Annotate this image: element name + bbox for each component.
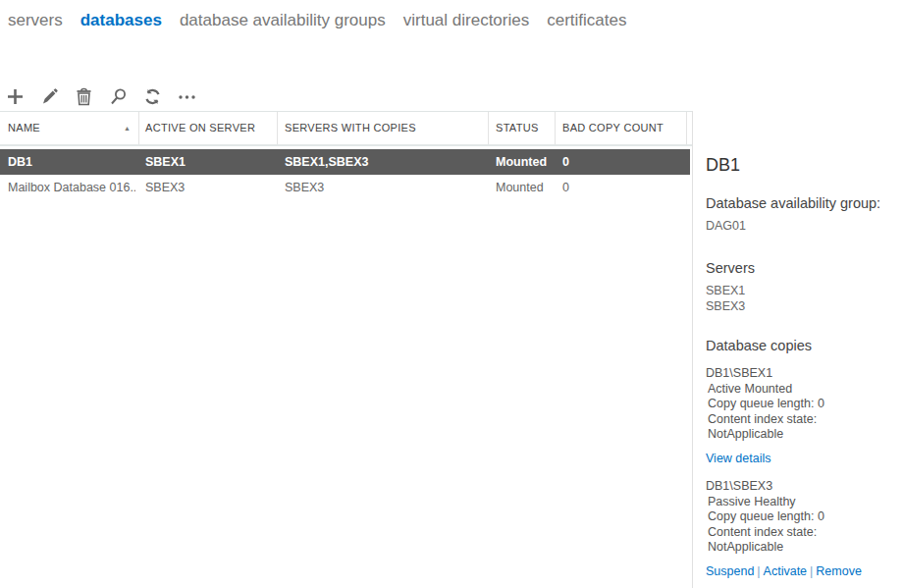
details-pane: DB1 Database availability group: DAG01 S… [692, 111, 903, 588]
dag-label: Database availability group: [706, 195, 893, 211]
row-active-on-server: SBEX1 [145, 149, 273, 175]
details-title: DB1 [706, 155, 893, 176]
top-tab-bar: servers databases database availability … [8, 11, 626, 30]
row-active-on-server: SBEX3 [145, 175, 273, 200]
search-icon[interactable] [107, 85, 129, 107]
row-servers-with-copies: SBEX1,SBEX3 [285, 149, 481, 175]
server-item: SBEX3 [706, 299, 893, 315]
copy-block-db1-sbex1: DB1\SBEX1 Active Mounted Copy queue leng… [706, 366, 893, 466]
row-bad-copy-count: 0 [562, 149, 621, 175]
column-header-servers-with-copies[interactable]: SERVERS WITH COPIES [285, 112, 416, 144]
more-icon[interactable] [176, 85, 197, 107]
column-divider [277, 112, 278, 144]
table-row-mailbox-database[interactable]: Mailbox Database 016... SBEX3 SBEX3 Moun… [0, 175, 690, 200]
sort-ascending-icon: ▲ [124, 112, 131, 144]
database-copies-label: Database copies [706, 338, 893, 353]
column-divider [555, 112, 556, 144]
column-divider [138, 112, 139, 144]
content-index-state: Content index state: NotApplicable [706, 525, 893, 556]
row-status: Mounted [496, 175, 555, 200]
link-separator: | [810, 564, 813, 578]
column-divider [488, 112, 489, 144]
row-bad-copy-count: 0 [562, 175, 621, 200]
server-item: SBEX1 [706, 284, 893, 299]
remove-link[interactable]: Remove [816, 564, 862, 578]
content-index-state: Content index state: NotApplicable [706, 412, 893, 443]
column-header-bad-copy-count[interactable]: BAD COPY COUNT [562, 112, 664, 144]
edit-icon[interactable] [38, 85, 60, 107]
tab-virtual-directories[interactable]: virtual directories [403, 11, 530, 30]
row-status: Mounted [496, 149, 555, 175]
delete-icon[interactable] [73, 85, 94, 107]
column-header-name[interactable]: NAME [8, 112, 40, 144]
activate-link[interactable]: Activate [764, 564, 807, 578]
refresh-icon[interactable] [141, 85, 163, 107]
copy-name: DB1\SBEX3 [706, 479, 893, 495]
copy-name: DB1\SBEX1 [706, 366, 893, 382]
copy-block-db1-sbex3: DB1\SBEX3 Passive Healthy Copy queue len… [706, 479, 893, 588]
copy-state: Passive Healthy [706, 495, 893, 510]
view-details-link[interactable]: View details [706, 452, 770, 465]
column-header-status[interactable]: STATUS [496, 112, 539, 144]
tab-database-availability-groups[interactable]: database availability groups [180, 11, 386, 30]
toolbar [4, 85, 197, 107]
servers-label: Servers [706, 260, 893, 276]
row-name: Mailbox Database 016... [8, 175, 135, 200]
link-separator: | [757, 564, 760, 578]
tab-servers[interactable]: servers [8, 11, 63, 30]
tab-databases[interactable]: databases [80, 11, 162, 30]
row-name: DB1 [8, 149, 135, 175]
database-list: DB1 SBEX1 SBEX1,SBEX3 Mounted 0 Mailbox … [0, 149, 690, 200]
column-divider [686, 112, 687, 144]
copy-state: Active Mounted [706, 382, 893, 398]
copy-queue-length: Copy queue length: 0 [706, 397, 893, 412]
table-row-db1[interactable]: DB1 SBEX1 SBEX1,SBEX3 Mounted 0 [0, 149, 690, 175]
add-icon[interactable] [4, 85, 26, 107]
dag-value: DAG01 [706, 219, 893, 233]
column-header-active-on-server[interactable]: ACTIVE ON SERVER [145, 112, 255, 144]
copy-queue-length: Copy queue length: 0 [706, 509, 893, 525]
row-servers-with-copies: SBEX3 [285, 175, 481, 200]
tab-certificates[interactable]: certificates [547, 11, 626, 30]
suspend-link[interactable]: Suspend [706, 564, 754, 578]
